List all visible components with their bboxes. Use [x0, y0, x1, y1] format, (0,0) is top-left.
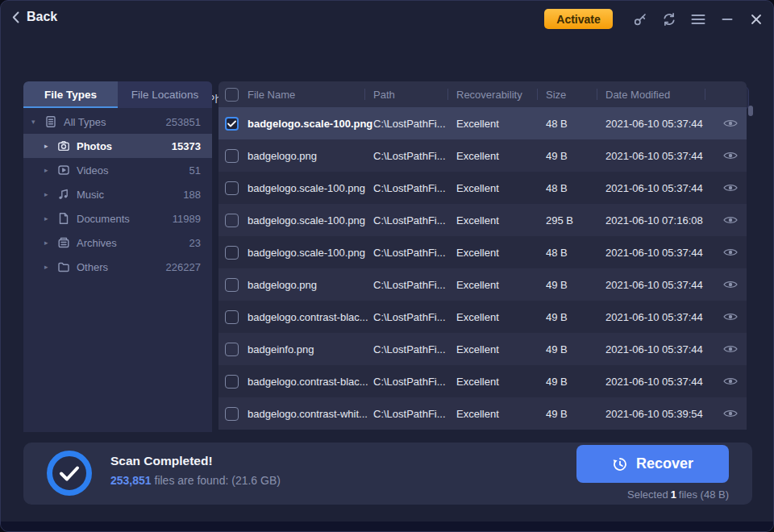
preview-button[interactable] [721, 307, 740, 326]
table-row[interactable]: badgelogo.scale-100.png C:\LostPathFi...… [218, 172, 747, 204]
row-checkbox[interactable] [225, 246, 239, 260]
cell-date-modified: 2021-06-10 05:37:44 [605, 268, 714, 301]
eye-preview-icon [723, 409, 738, 418]
activate-button[interactable]: Activate [544, 9, 613, 29]
column-header-actions [714, 81, 747, 107]
cell-size: 295 B [546, 204, 605, 236]
sidebar-item-all-types[interactable]: ▾ All Types 253851 [23, 110, 212, 134]
column-header-size[interactable]: Size [546, 81, 605, 107]
row-checkbox[interactable] [225, 310, 239, 324]
table-row[interactable]: badgelogo.png C:\LostPathFi... Excellent… [218, 139, 747, 172]
cell-date-modified: 2021-06-10 05:37:44 [605, 172, 714, 204]
table-row[interactable]: badgelogo.contrast-whit... C:\LostPathFi… [218, 397, 747, 430]
sidebar-item-others[interactable]: ▸ Others 226227 [23, 255, 212, 279]
cell-date-modified: 2021-06-10 05:39:54 [605, 397, 714, 430]
cell-date-modified: 2021-06-10 05:37:44 [605, 236, 714, 268]
file-table: File Name Path Recoverability Size Date … [218, 81, 747, 432]
cell-path: C:\LostPathFi... [373, 204, 456, 236]
eye-preview-icon [723, 280, 738, 289]
video-icon [57, 164, 70, 177]
expand-arrow-icon[interactable]: ▸ [44, 214, 54, 222]
cell-date-modified: 2021-06-10 05:37:44 [605, 333, 714, 365]
table-row[interactable]: badgelogo.contrast-blac... C:\LostPathFi… [218, 365, 747, 397]
sidebar-item-photos[interactable]: ▸ Photos 15373 [23, 134, 212, 158]
cell-size: 49 B [546, 397, 605, 430]
selected-summary: Selected1files (48 B) [627, 488, 729, 501]
minimize-button[interactable] [717, 9, 738, 30]
table-row[interactable]: badgelogo.scale-100.png C:\LostPathFi...… [218, 204, 747, 236]
sidebar-item-music[interactable]: ▸ Music 188 [23, 182, 212, 206]
sidebar-item-archives[interactable]: ▸ Archives 23 [23, 231, 212, 255]
table-row[interactable]: badgeinfo.png C:\LostPathFi... Excellent… [218, 333, 747, 365]
cell-file-name: badgelogo.scale-100.png [248, 236, 373, 268]
preview-button[interactable] [721, 114, 740, 133]
cell-recoverability: Excellent [456, 107, 546, 139]
preview-button[interactable] [721, 404, 740, 423]
column-header-recoverability[interactable]: Recoverability [456, 81, 546, 107]
expand-arrow-icon[interactable]: ▸ [44, 239, 54, 247]
preview-button[interactable] [721, 275, 740, 294]
titlebar-controls: Activate [544, 1, 773, 37]
select-all-checkbox[interactable] [225, 88, 239, 102]
preview-button[interactable] [721, 146, 740, 165]
files-found-count: 253,851 [110, 474, 152, 487]
preview-button[interactable] [721, 339, 740, 359]
table-row[interactable]: badgelogo.scale-100.png C:\LostPathFi...… [218, 236, 747, 268]
column-header-path[interactable]: Path [373, 81, 456, 107]
row-checkbox[interactable] [225, 117, 239, 131]
tab-file-locations[interactable]: File Locations [118, 81, 212, 108]
preview-button[interactable] [721, 210, 740, 230]
selected-suffix: files (48 B) [679, 488, 729, 501]
chevron-left-icon [12, 11, 19, 23]
row-checkbox[interactable] [225, 278, 239, 292]
license-key-button[interactable] [630, 9, 651, 30]
row-checkbox[interactable] [225, 214, 239, 227]
recover-button[interactable]: Recover [576, 445, 729, 483]
back-button[interactable]: Back [12, 10, 57, 24]
folder-icon [57, 260, 70, 273]
expand-arrow-icon[interactable]: ▾ [31, 118, 41, 126]
menu-icon [691, 14, 705, 25]
check-circle-icon [46, 450, 93, 497]
row-checkbox[interactable] [225, 343, 239, 356]
preview-button[interactable] [721, 243, 740, 262]
row-checkbox[interactable] [225, 149, 239, 163]
refresh-button[interactable] [659, 9, 680, 30]
cell-date-modified: 2021-06-10 07:16:08 [605, 204, 714, 236]
sidebar-item-documents[interactable]: ▸ Documents 11989 [23, 206, 212, 231]
close-button[interactable] [746, 9, 767, 30]
preview-button[interactable] [721, 178, 740, 197]
files-found-text: files are found: (21.6 GB) [152, 474, 281, 487]
vertical-scrollbar-thumb[interactable] [748, 106, 753, 116]
tab-file-types[interactable]: File Types [23, 81, 118, 108]
cell-file-name: badgelogo.contrast-blac... [248, 301, 373, 333]
cell-size: 49 B [546, 268, 605, 301]
sidebar-item-videos[interactable]: ▸ Videos 51 [23, 158, 212, 182]
table-row[interactable]: badgelogo.png C:\LostPathFi... Excellent… [218, 268, 747, 301]
expand-arrow-icon[interactable]: ▸ [44, 190, 54, 198]
cell-file-name: badgelogo.png [248, 268, 373, 301]
document-icon [57, 212, 70, 225]
row-checkbox[interactable] [225, 375, 239, 389]
expand-arrow-icon[interactable]: ▸ [44, 263, 54, 271]
column-header-file-name[interactable]: File Name [248, 81, 373, 107]
expand-arrow-icon[interactable]: ▸ [44, 142, 54, 150]
expand-arrow-icon[interactable]: ▸ [44, 166, 54, 174]
menu-button[interactable] [688, 9, 709, 30]
column-header-date-modified[interactable]: Date Modified [605, 81, 714, 107]
cell-size: 49 B [546, 139, 605, 172]
cell-recoverability: Excellent [456, 397, 546, 430]
cell-path: C:\LostPathFi... [373, 139, 456, 172]
table-row[interactable]: badgelogo.scale-100.png C:\LostPathFi...… [218, 107, 747, 139]
cell-recoverability: Excellent [456, 365, 546, 397]
eye-preview-icon [723, 183, 738, 193]
cell-size: 48 B [546, 107, 605, 139]
preview-button[interactable] [721, 372, 740, 391]
row-checkbox[interactable] [225, 181, 239, 195]
cell-date-modified: 2021-06-10 05:37:44 [605, 301, 714, 333]
cell-path: C:\LostPathFi... [373, 268, 456, 301]
cell-path: C:\LostPathFi... [373, 172, 456, 204]
row-checkbox[interactable] [225, 407, 239, 421]
restore-clock-icon [612, 456, 628, 472]
table-row[interactable]: badgelogo.contrast-blac... C:\LostPathFi… [218, 301, 747, 333]
